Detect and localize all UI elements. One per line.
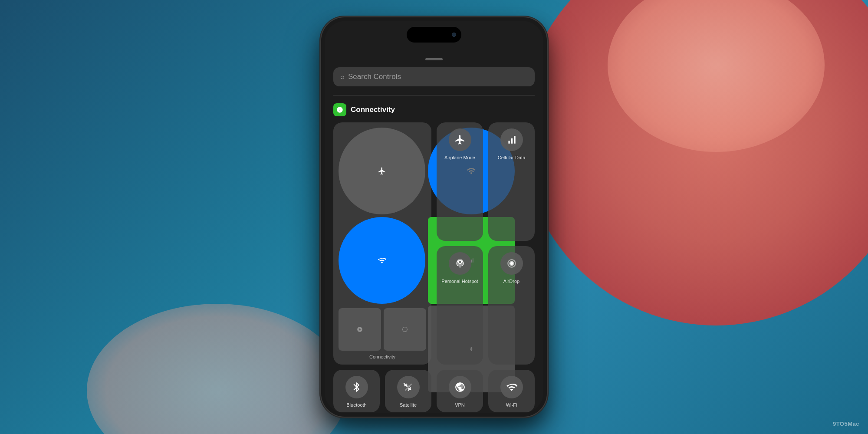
satellite-tile-label: Satellite	[400, 402, 417, 408]
connectivity-tile-label: Connectivity	[339, 354, 426, 359]
connectivity-tile[interactable]: Connectivity	[333, 122, 431, 365]
connectivity-icon-bg	[333, 103, 346, 116]
connectivity-header-icon	[336, 106, 343, 113]
airplane-mini-icon	[378, 167, 386, 175]
airdrop-label: AirDrop	[503, 278, 519, 284]
bluetooth-tile[interactable]: Bluetooth	[333, 370, 380, 412]
airdrop-icon	[506, 258, 517, 269]
svg-point-1	[510, 262, 513, 265]
wifi-mini-icon	[378, 256, 386, 265]
phone-screen: ⌕ Search Controls Connectivity	[325, 21, 543, 413]
personal-hotspot-icon	[454, 258, 466, 269]
wifi-tile-label: Wi-Fi	[506, 402, 517, 408]
satellite-tile-icon	[403, 381, 414, 393]
extra-icon-1-btn[interactable]	[339, 308, 381, 351]
section-divider	[333, 95, 535, 95]
airplane-mode-icon-circle	[449, 128, 471, 151]
top-right-tiles: Airplane Mode Cellular Data	[437, 122, 535, 241]
airplane-mode-label: Airplane Mode	[444, 155, 475, 161]
airplane-mode-tile[interactable]: Airplane Mode	[437, 122, 483, 241]
cellular-data-icon	[506, 134, 517, 145]
phone-frame: ⌕ Search Controls Connectivity	[321, 17, 547, 417]
cellular-data-label: Cellular Data	[498, 155, 526, 161]
cellular-data-icon-circle	[500, 128, 523, 151]
camera-dot	[452, 33, 456, 37]
svg-point-0	[339, 109, 341, 111]
dynamic-island	[407, 27, 461, 43]
bluetooth-icon-circle	[345, 376, 368, 398]
airplane-mode-mini-btn[interactable]	[339, 128, 425, 214]
extra-icon-1	[357, 326, 363, 332]
connectivity-section-label: Connectivity	[351, 105, 395, 114]
personal-hotspot-icon-circle	[449, 252, 471, 275]
satellite-icon-circle	[397, 376, 420, 398]
search-icon: ⌕	[340, 73, 345, 81]
extra-icon-2	[402, 326, 408, 332]
bluetooth-tile-label: Bluetooth	[346, 402, 366, 408]
bottom-right-tiles: Personal Hotspot AirDrop	[437, 246, 535, 365]
airplane-mode-icon	[454, 134, 466, 145]
airdrop-icon-circle	[500, 252, 523, 275]
wifi-tile[interactable]: Wi-Fi	[488, 370, 535, 412]
personal-hotspot-label: Personal Hotspot	[441, 278, 478, 284]
right-column: Airplane Mode Cellular Data	[437, 122, 535, 365]
mini-controls-grid	[339, 128, 426, 304]
vpn-tile-label: VPN	[455, 402, 465, 408]
personal-hotspot-tile[interactable]: Personal Hotspot	[437, 246, 483, 365]
extra-icon-2-btn[interactable]	[384, 308, 426, 351]
control-center: ⌕ Search Controls Connectivity	[325, 51, 543, 413]
handle-bar	[425, 58, 443, 60]
wifi-mini-btn[interactable]	[339, 217, 425, 304]
vpn-icon-circle	[449, 376, 471, 398]
bluetooth-tile-icon	[351, 381, 362, 393]
search-bar[interactable]: ⌕ Search Controls	[333, 67, 535, 86]
connectivity-header: Connectivity	[333, 103, 535, 116]
search-placeholder: Search Controls	[348, 72, 401, 81]
wifi-icon-circle	[500, 376, 523, 398]
main-controls-grid: Connectivity Airplane Mode	[333, 122, 535, 365]
watermark: 9TO5Mac	[833, 421, 859, 427]
vpn-tile-icon	[454, 381, 466, 393]
cellular-data-tile[interactable]: Cellular Data	[488, 122, 535, 241]
airdrop-tile[interactable]: AirDrop	[488, 246, 535, 365]
vpn-tile[interactable]: VPN	[437, 370, 483, 412]
satellite-tile[interactable]: Satellite	[385, 370, 431, 412]
wifi-tile-icon	[506, 381, 517, 393]
